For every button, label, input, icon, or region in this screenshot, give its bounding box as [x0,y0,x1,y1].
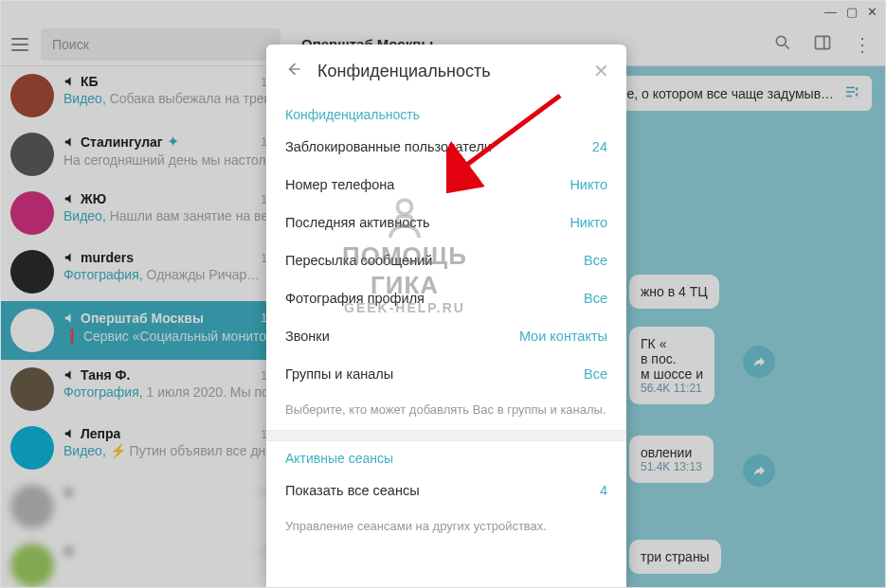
row-label: Группы и каналы [285,366,393,382]
row-value: Все [584,366,607,382]
modal-title: Конфиденциальность [317,62,491,81]
close-button[interactable]: ✕ [593,60,609,82]
row-value: 24 [592,139,607,154]
section-privacy: Конфиденциальность [266,98,626,128]
row-value: Никто [570,215,607,230]
row-value: Все [584,253,607,268]
section-sessions: Активные сеансы [266,441,626,472]
settings-row[interactable]: ЗвонкиМои контакты [266,317,626,355]
back-button[interactable] [283,60,302,82]
row-value: 4 [600,483,607,498]
row-value: Никто [570,177,607,192]
row-label: Пересылка сообщений [285,253,432,268]
settings-row[interactable]: Заблокированные пользователи24 [266,128,626,166]
row-label: Показать все сеансы [285,483,420,498]
row-value: Все [584,291,607,306]
row-label: Звонки [285,329,330,344]
settings-row[interactable]: Пересылка сообщенийВсе [266,241,626,279]
section-divider [266,430,626,441]
row-value: Мои контакты [519,329,607,344]
settings-row[interactable]: Фотография профиляВсе [266,279,626,317]
row-label: Последняя активность [285,215,430,230]
settings-row[interactable]: Номер телефонаНикто [266,166,626,204]
row-label: Фотография профиля [285,291,425,306]
privacy-settings-modal: Конфиденциальность ✕ Конфиденциальность … [266,45,626,587]
settings-row[interactable]: Показать все сеансы4 [266,472,626,509]
settings-row[interactable]: Группы и каналыВсе [266,355,626,393]
row-label: Заблокированные пользователи [285,139,492,154]
privacy-hint: Выберите, кто может добавлять Вас в груп… [266,393,626,430]
sessions-hint: Управление сеансами на других устройства… [266,509,626,546]
row-label: Номер телефона [285,177,394,192]
settings-row[interactable]: Последняя активностьНикто [266,204,626,241]
